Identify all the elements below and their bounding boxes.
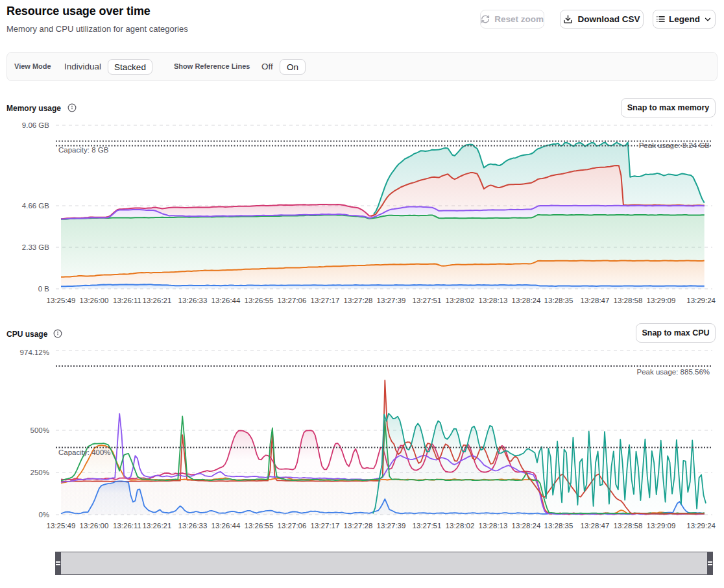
svg-text:13:26:55: 13:26:55 (245, 297, 274, 304)
svg-text:9.06 GB: 9.06 GB (22, 121, 50, 129)
svg-text:Peak usage: 8.24 GB: Peak usage: 8.24 GB (639, 141, 710, 149)
svg-text:13:28:47: 13:28:47 (581, 522, 610, 530)
svg-text:13:26:44: 13:26:44 (211, 522, 241, 530)
svg-text:974.12%: 974.12% (20, 349, 49, 356)
svg-text:13:29:09: 13:29:09 (647, 522, 676, 530)
svg-text:13:26:33: 13:26:33 (178, 522, 208, 530)
svg-text:2.33 GB: 2.33 GB (22, 243, 50, 251)
svg-text:13:28:35: 13:28:35 (544, 297, 573, 304)
svg-text:13:26:11: 13:26:11 (113, 297, 141, 304)
svg-text:13:27:06: 13:27:06 (278, 297, 307, 304)
svg-text:13:28:58: 13:28:58 (614, 297, 643, 304)
svg-text:13:28:13: 13:28:13 (479, 522, 508, 530)
svg-text:Peak usage: 885.56%: Peak usage: 885.56% (636, 368, 710, 376)
svg-text:250%: 250% (30, 469, 49, 476)
svg-text:13:27:51: 13:27:51 (413, 297, 442, 304)
svg-text:13:28:24: 13:28:24 (512, 522, 541, 530)
svg-text:4.66 GB: 4.66 GB (22, 202, 50, 210)
svg-text:13:27:28: 13:27:28 (344, 522, 373, 530)
svg-text:Capacity: 8 GB: Capacity: 8 GB (58, 146, 109, 154)
svg-text:0%: 0% (38, 511, 49, 519)
svg-text:13:28:35: 13:28:35 (544, 522, 573, 530)
svg-text:13:27:28: 13:27:28 (344, 297, 373, 304)
svg-text:13:26:21: 13:26:21 (143, 522, 172, 530)
svg-text:13:27:17: 13:27:17 (311, 297, 340, 304)
svg-text:13:29:24: 13:29:24 (686, 297, 716, 304)
svg-text:13:25:49: 13:25:49 (47, 297, 76, 304)
svg-text:0 B: 0 B (38, 285, 50, 293)
svg-text:13:26:21: 13:26:21 (143, 297, 172, 304)
svg-text:13:26:55: 13:26:55 (245, 522, 274, 530)
svg-text:13:26:44: 13:26:44 (211, 297, 241, 304)
svg-text:13:27:39: 13:27:39 (377, 297, 406, 304)
svg-text:13:28:02: 13:28:02 (446, 522, 475, 530)
svg-text:13:29:24: 13:29:24 (686, 522, 716, 530)
svg-text:13:26:33: 13:26:33 (178, 297, 208, 304)
svg-text:13:28:02: 13:28:02 (446, 297, 475, 304)
svg-text:13:27:51: 13:27:51 (413, 522, 442, 530)
svg-text:13:26:00: 13:26:00 (80, 297, 109, 304)
svg-text:500%: 500% (30, 426, 49, 434)
svg-text:13:29:09: 13:29:09 (647, 297, 676, 304)
svg-text:13:28:47: 13:28:47 (581, 297, 610, 304)
svg-text:13:25:49: 13:25:49 (47, 522, 76, 530)
svg-text:13:26:11: 13:26:11 (113, 522, 141, 530)
svg-text:13:27:06: 13:27:06 (278, 522, 307, 530)
svg-text:13:28:58: 13:28:58 (614, 522, 643, 530)
svg-text:13:27:39: 13:27:39 (377, 522, 406, 530)
svg-text:13:28:24: 13:28:24 (512, 297, 541, 304)
svg-text:Capacity: 400%: Capacity: 400% (58, 448, 111, 456)
svg-text:13:28:13: 13:28:13 (479, 297, 508, 304)
svg-text:13:26:00: 13:26:00 (80, 522, 109, 530)
svg-text:13:27:17: 13:27:17 (311, 522, 340, 530)
